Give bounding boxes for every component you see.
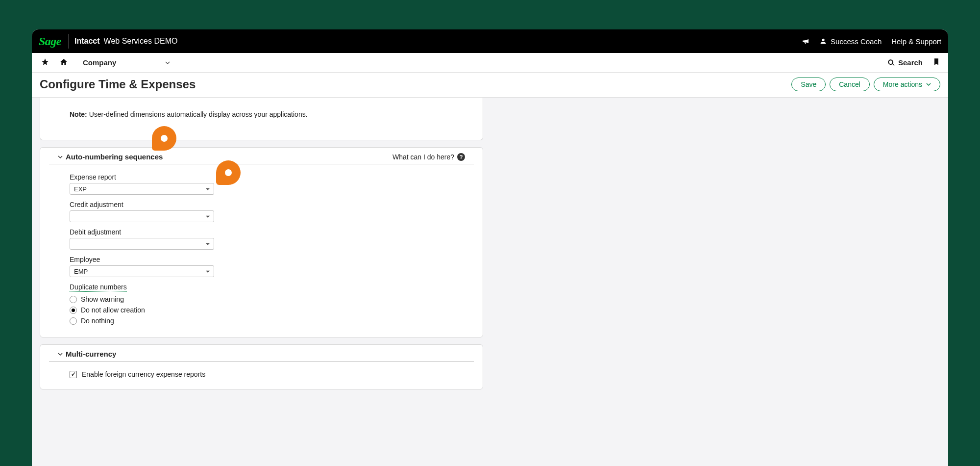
field-expense-report: Expense report EXP [70, 173, 453, 195]
checkbox-foreign-currency-label: Enable foreign currency expense reports [82, 370, 205, 378]
help-support-link[interactable]: Help & Support [891, 37, 941, 46]
note-text: User-defined dimensions automatically di… [89, 110, 308, 118]
bookmark-icon[interactable] [932, 58, 940, 67]
checkbox-foreign-currency[interactable] [70, 371, 77, 378]
user-menu[interactable]: Success Coach [819, 37, 882, 46]
page-header: Configure Time & Expenses Save Cancel Mo… [32, 73, 948, 98]
select-employee-value: EMP [74, 268, 88, 275]
field-debit-adjustment: Debit adjustment [70, 228, 453, 250]
page-title: Configure Time & Expenses [40, 78, 196, 91]
favorites-icon[interactable] [40, 58, 50, 67]
radio-do-not-allow[interactable]: Do not allow creation [70, 305, 453, 315]
callout-bubble-2 [216, 160, 241, 185]
radio-do-nothing-label: Do nothing [81, 317, 114, 325]
chevron-down-icon [926, 82, 931, 87]
chevron-down-icon [58, 352, 63, 357]
label-debit-adjustment: Debit adjustment [70, 228, 453, 236]
field-credit-adjustment: Credit adjustment [70, 201, 453, 222]
section-header-auto-numbering[interactable]: Auto-numbering sequences What can I do h… [49, 148, 474, 164]
module-dropdown[interactable]: Company [77, 58, 176, 67]
user-label: Success Coach [831, 37, 882, 46]
cancel-button[interactable]: Cancel [830, 78, 870, 91]
select-debit-adjustment[interactable] [70, 238, 214, 250]
product-name: Intacct [74, 37, 100, 46]
radio-do-not-allow-label: Do not allow creation [81, 306, 145, 314]
section-help-text: What can I do here? [392, 153, 454, 161]
chevron-down-icon [58, 155, 63, 159]
multi-currency-panel: Multi-currency Enable foreign currency e… [40, 344, 483, 389]
note-panel: Note: User-defined dimensions automatica… [40, 98, 483, 140]
app-window: Sage Intacct Web Services DEMO Success C… [32, 29, 948, 466]
label-expense-report: Expense report [70, 173, 453, 181]
home-icon[interactable] [58, 58, 69, 67]
radio-do-nothing-input[interactable] [70, 317, 77, 325]
announcements-icon[interactable] [802, 37, 809, 45]
search-button[interactable]: Search [887, 58, 923, 67]
section-help-link[interactable]: What can I do here? ? [392, 153, 465, 161]
radio-show-warning-label: Show warning [81, 295, 124, 303]
topbar: Sage Intacct Web Services DEMO Success C… [32, 29, 948, 53]
section-title-auto-numbering: Auto-numbering sequences [66, 153, 163, 161]
radio-show-warning-input[interactable] [70, 296, 77, 303]
content-area: Note: User-defined dimensions automatica… [32, 98, 948, 466]
note-row: Note: User-defined dimensions automatica… [40, 110, 483, 118]
topbar-right: Success Coach Help & Support [802, 37, 941, 46]
radio-do-not-allow-input[interactable] [70, 307, 77, 314]
callout-bubble-1 [152, 126, 176, 151]
note-prefix: Note: [70, 110, 87, 118]
radio-show-warning[interactable]: Show warning [70, 294, 453, 305]
field-duplicate-numbers: Duplicate numbers Show warning Do not al… [70, 283, 453, 326]
label-duplicate-numbers: Duplicate numbers [70, 283, 453, 292]
save-button[interactable]: Save [791, 78, 826, 91]
search-label: Search [898, 58, 923, 67]
checkbox-row-foreign-currency[interactable]: Enable foreign currency expense reports [40, 370, 483, 378]
more-actions-button[interactable]: More actions [874, 78, 940, 91]
environment-label: Web Services DEMO [104, 37, 178, 46]
header-actions: Save Cancel More actions [791, 78, 940, 91]
field-employee: Employee EMP [70, 256, 453, 277]
select-employee[interactable]: EMP [70, 265, 214, 277]
auto-numbering-panel: Auto-numbering sequences What can I do h… [40, 147, 483, 337]
select-expense-report[interactable]: EXP [70, 183, 214, 195]
label-employee: Employee [70, 256, 453, 263]
section-header-multi-currency[interactable]: Multi-currency [49, 345, 474, 362]
help-icon: ? [457, 153, 465, 161]
section-title-multi-currency: Multi-currency [66, 350, 116, 358]
label-credit-adjustment: Credit adjustment [70, 201, 453, 208]
chevron-down-icon [165, 60, 170, 65]
module-label: Company [83, 58, 116, 67]
select-credit-adjustment[interactable] [70, 210, 214, 222]
sage-logo: Sage [39, 34, 69, 49]
select-expense-report-value: EXP [74, 185, 87, 193]
radio-group-duplicate: Show warning Do not allow creation Do no… [70, 294, 453, 326]
more-actions-label: More actions [883, 80, 922, 88]
radio-do-nothing[interactable]: Do nothing [70, 315, 453, 326]
navbar: Company Search [32, 53, 948, 73]
auto-numbering-form: Expense report EXP Credit adjustment Deb… [40, 173, 483, 326]
